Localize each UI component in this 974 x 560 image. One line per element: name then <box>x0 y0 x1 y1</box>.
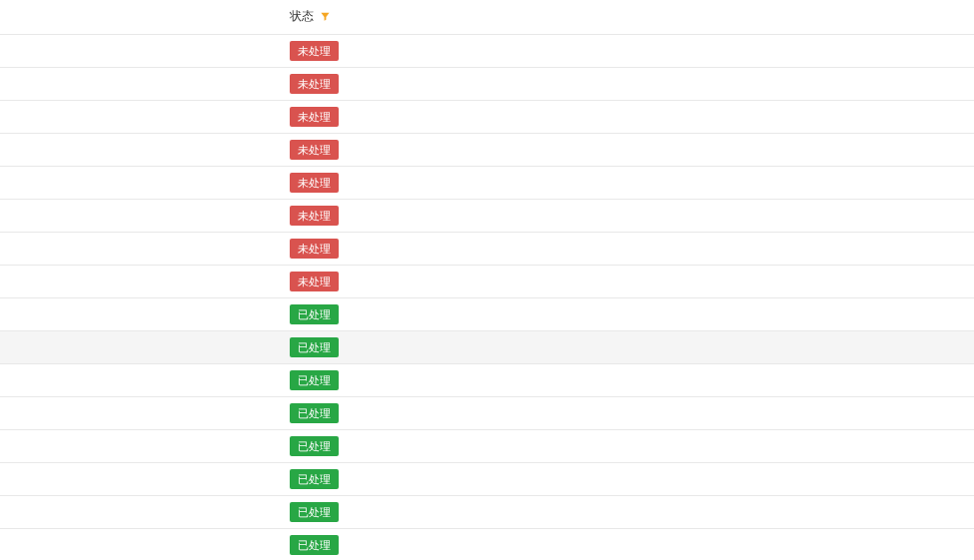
status-badge: 已处理 <box>290 469 339 489</box>
status-cell: 未处理 <box>0 67 974 100</box>
table-row[interactable]: 未处理 <box>0 166 974 199</box>
status-badge: 未处理 <box>290 206 339 226</box>
table-row[interactable]: 已处理 <box>0 363 974 396</box>
status-badge: 未处理 <box>290 140 339 160</box>
table-row[interactable]: 已处理 <box>0 528 974 560</box>
table-row[interactable]: 已处理 <box>0 330 974 363</box>
status-badge: 已处理 <box>290 370 339 390</box>
status-cell: 未处理 <box>0 199 974 232</box>
status-cell: 已处理 <box>0 528 974 560</box>
table-body: 未处理未处理未处理未处理未处理未处理未处理未处理已处理已处理已处理已处理已处理已… <box>0 34 974 560</box>
table-row[interactable]: 未处理 <box>0 133 974 166</box>
status-cell: 已处理 <box>0 429 974 462</box>
status-badge: 未处理 <box>290 74 339 94</box>
table-header-row: 状态 <box>0 0 974 34</box>
status-badge: 未处理 <box>290 41 339 61</box>
table-row[interactable]: 未处理 <box>0 199 974 232</box>
status-badge: 已处理 <box>290 403 339 423</box>
status-badge: 已处理 <box>290 337 339 357</box>
status-cell: 已处理 <box>0 495 974 528</box>
status-badge: 已处理 <box>290 304 339 324</box>
status-cell: 未处理 <box>0 232 974 265</box>
column-header-label: 状态 <box>290 8 314 25</box>
table-row[interactable]: 已处理 <box>0 462 974 495</box>
table-row[interactable]: 未处理 <box>0 265 974 297</box>
filter-icon[interactable] <box>318 10 332 24</box>
table-row[interactable]: 未处理 <box>0 100 974 133</box>
status-badge: 未处理 <box>290 173 339 193</box>
status-cell: 已处理 <box>0 462 974 495</box>
status-badge: 未处理 <box>290 272 339 291</box>
table-row[interactable]: 已处理 <box>0 495 974 528</box>
table-row[interactable]: 未处理 <box>0 34 974 67</box>
status-badge: 已处理 <box>290 502 339 522</box>
status-cell: 未处理 <box>0 133 974 166</box>
status-cell: 未处理 <box>0 34 974 67</box>
table-row[interactable]: 已处理 <box>0 429 974 462</box>
status-cell: 已处理 <box>0 330 974 363</box>
status-cell: 已处理 <box>0 396 974 429</box>
status-badge: 未处理 <box>290 107 339 127</box>
status-cell: 未处理 <box>0 265 974 297</box>
status-table: 状态 未处理未处理未处理未处理未处理未处理未处理未处理已处理已处理已处理已处理已… <box>0 0 974 560</box>
column-header-status[interactable]: 状态 <box>0 0 974 34</box>
status-cell: 已处理 <box>0 297 974 330</box>
status-badge: 已处理 <box>290 436 339 456</box>
table-row[interactable]: 未处理 <box>0 232 974 265</box>
table-row[interactable]: 已处理 <box>0 297 974 330</box>
table-row[interactable]: 已处理 <box>0 396 974 429</box>
status-badge: 已处理 <box>290 535 339 555</box>
status-cell: 未处理 <box>0 100 974 133</box>
funnel-path <box>321 13 329 21</box>
status-cell: 已处理 <box>0 363 974 396</box>
status-badge: 未处理 <box>290 239 339 259</box>
table-row[interactable]: 未处理 <box>0 67 974 100</box>
status-cell: 未处理 <box>0 166 974 199</box>
